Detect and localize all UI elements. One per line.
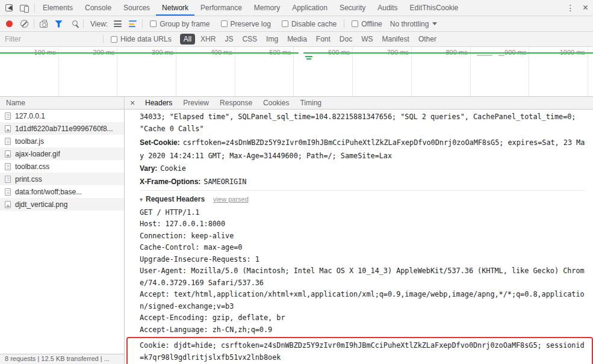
devtools-tab[interactable]: Performance [194,0,248,16]
filter-input[interactable] [0,32,101,46]
overview-request-mark [498,55,505,56]
preserve-log-toggle[interactable]: Preserve log [221,20,271,28]
response-header-overflow: 34033; "Elapsed time", SQLPanel_sql_time… [140,111,585,135]
hide-data-urls-checkbox[interactable] [111,36,117,43]
throttling-select[interactable]: No throttling [390,20,438,28]
search-icon [72,20,78,26]
large-request-rows-button[interactable] [110,16,125,31]
type-filter-pill[interactable]: XHR [197,34,219,45]
overview-tick-label: 800 ms [412,47,471,96]
request-name: data:font/woff;base... [15,188,82,196]
offline-toggle[interactable]: Offline [352,20,382,28]
close-detail-icon[interactable]: × [125,98,140,108]
separator [103,35,104,43]
devtools-tab[interactable]: Application [286,0,334,16]
request-row[interactable]: print.css [0,173,124,185]
type-filter-pill[interactable]: Font [312,34,334,45]
request-headers-section-header: ▾ Request Headers view parsed [140,190,585,206]
response-header-line: X-Frame-Options:SAMEORIGIN [140,175,585,188]
throttling-value: No throttling [390,20,429,28]
device-toolbar-icon[interactable] [16,0,31,16]
inspect-element-icon[interactable] [1,0,16,16]
view-parsed-link[interactable]: view parsed [213,194,249,206]
overview-tick-label: 500 ms [235,47,294,96]
overview-tick-label: 1000 ms [529,47,588,96]
type-filter-pill[interactable]: Other [415,34,440,45]
devtools-window: { "colors": { "accent": "#1a73e8", "reco… [0,0,593,364]
request-header-line: Accept-Encoding: gzip, deflate, br [140,312,585,324]
type-filter-pill[interactable]: All [180,34,195,45]
type-filter-pill[interactable]: JS [221,34,237,45]
type-filter-pill[interactable]: Media [284,34,311,45]
request-header-line: Accept-Language: zh-CN,zh;q=0.9 [140,324,585,336]
hide-data-urls-toggle[interactable]: Hide data URLs [111,35,172,43]
offline-label: Offline [361,20,382,28]
devtools-tab[interactable]: Network [156,0,194,16]
devtools-tabbar: ElementsConsoleSourcesNetworkPerformance… [0,0,593,16]
disable-cache-toggle[interactable]: Disable cache [282,20,337,28]
disable-cache-checkbox[interactable] [282,20,288,27]
request-headers-title[interactable]: Request Headers [146,194,205,206]
devtools-tab[interactable]: Sources [117,0,156,16]
request-header-line: User-Agent: Mozilla/5.0 (Macintosh; Inte… [140,265,585,289]
response-header-name: Vary: [140,164,157,173]
devtools-tab[interactable]: Elements [37,0,79,16]
detail-tab[interactable]: Timing [294,99,327,107]
request-row[interactable]: 1d1df6220ab711e9996760f8... [0,122,124,135]
devtools-tab[interactable]: EditThisCookie [404,0,465,16]
type-filter-pill[interactable]: CSS [238,34,261,45]
group-by-frame-checkbox[interactable] [150,20,157,27]
cursor-in-box-icon [5,4,13,11]
detail-tab[interactable]: Preview [178,99,214,107]
disable-cache-label: Disable cache [291,20,337,28]
file-type-icon [5,188,11,196]
request-header-line: Host: 127.0.0.1:8000 [140,218,585,230]
request-detail-panel: × HeadersPreviewResponseCookiesTiming 34… [125,97,593,364]
request-row[interactable]: toolbar.js [0,135,124,147]
name-column-header[interactable]: Name [0,97,124,110]
request-name: ajax-loader.gif [15,150,60,158]
request-row[interactable]: djdt_vertical.png [0,198,124,211]
devtools-tab[interactable]: Audits [371,0,403,16]
response-headers-list: Set-Cookie:csrftoken=z4sDnWBZDz5Y9zIvr0m… [140,136,585,188]
preserve-log-checkbox[interactable] [221,20,228,27]
request-row[interactable]: ajax-loader.gif [0,147,124,160]
file-type-icon [5,125,11,132]
detail-tab[interactable]: Cookies [258,99,294,107]
request-row[interactable]: 127.0.0.1 [0,110,124,122]
detail-tab[interactable]: Response [214,99,258,107]
request-row[interactable]: data:font/woff;base... [0,185,124,198]
type-filter-pill[interactable]: Img [262,34,282,45]
separator [344,19,344,28]
capture-screenshots-button[interactable] [36,16,51,31]
offline-checkbox[interactable] [352,20,358,27]
filter-button[interactable] [51,16,66,31]
group-by-frame-toggle[interactable]: Group by frame [150,20,210,28]
request-row[interactable]: toolbar.css [0,160,124,173]
search-button[interactable] [66,16,81,31]
devtools-tab[interactable]: Security [334,0,371,16]
group-by-frame-label: Group by frame [160,20,210,28]
more-options-icon[interactable]: ⋮ [563,0,578,16]
response-header-name: Set-Cookie: [140,138,180,147]
type-filter-pill[interactable]: WS [358,34,376,45]
file-type-icon [5,138,11,145]
devtools-tab[interactable]: Console [79,0,117,16]
show-overview-button[interactable] [125,16,140,31]
overview-tick-label: 200 ms [59,47,118,96]
clear-button[interactable] [17,16,32,31]
network-toolbar: View: Group by frame Preserve log Disabl… [0,16,593,32]
close-devtools-icon[interactable]: × [578,0,593,16]
record-button[interactable] [2,16,17,31]
detail-tab[interactable]: Headers [140,99,178,107]
response-header-name: X-Frame-Options: [140,177,200,186]
request-header-line: Cookie: djdt=hide; csrftoken=z4sDnWBZDz5… [126,337,593,364]
network-overview[interactable]: 100 ms200 ms300 ms400 ms500 ms600 ms700 … [0,47,593,97]
view-label: View: [90,20,108,28]
devtools-tab[interactable]: Memory [248,0,286,16]
response-header-value: SAMEORIGIN [203,177,246,186]
type-filter-pill[interactable]: Manifest [379,34,413,45]
overview-green-bar [0,52,299,54]
type-filter-pill[interactable]: Doc [336,34,356,45]
overview-bars-icon [129,20,137,27]
